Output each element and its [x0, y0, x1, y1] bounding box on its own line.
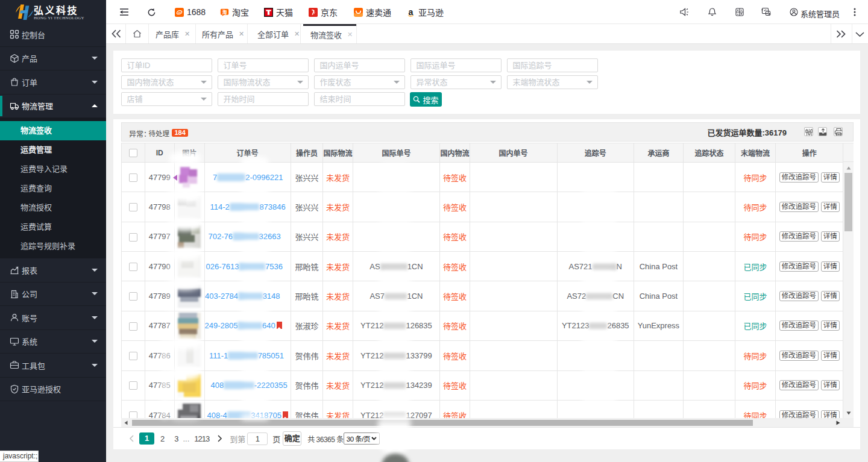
svg-text:HONG YI TECHNOLOGY: HONG YI TECHNOLOGY [34, 16, 84, 20]
svg-text:弘义科技: 弘义科技 [34, 5, 78, 16]
svg-text:淘: 淘 [222, 8, 227, 14]
svg-text:a: a [409, 8, 414, 17]
